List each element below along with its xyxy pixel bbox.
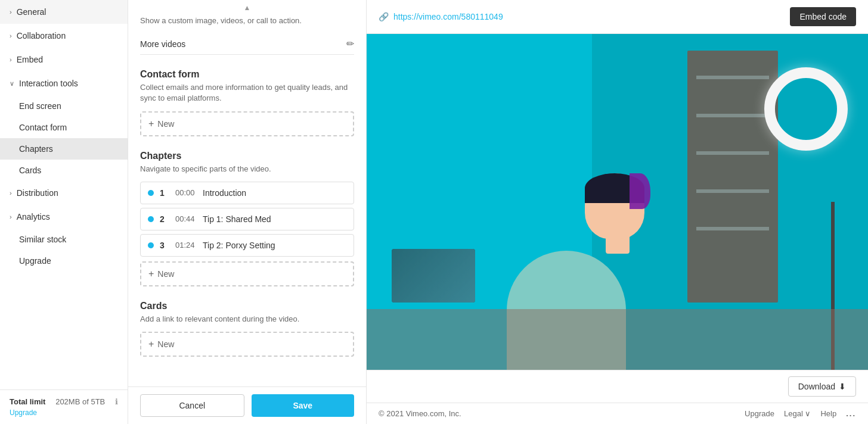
chapter-time: 00:00 <box>175 188 197 197</box>
upgrade-footer-link[interactable]: Upgrade <box>745 409 774 418</box>
scroll-up-arrow-icon: ▲ <box>244 4 251 12</box>
sidebar-item-embed[interactable]: › Embed <box>0 48 128 71</box>
ring-light <box>764 67 848 151</box>
sidebar-item-similar-stock[interactable]: Similar stock <box>0 229 128 250</box>
chapter-dot <box>148 190 154 196</box>
video-thumbnail <box>367 34 868 370</box>
chapter-time: 01:24 <box>175 241 197 250</box>
chapter-item[interactable]: 2 00:44 Tip 1: Shared Med <box>140 208 354 230</box>
chevron-right-icon: › <box>10 189 12 197</box>
plus-icon: + <box>148 119 154 129</box>
sidebar-sub-item-cards[interactable]: Cards <box>0 160 128 181</box>
chapter-number: 1 <box>160 188 169 198</box>
plus-icon: + <box>148 339 154 350</box>
embed-code-button[interactable]: Embed code <box>790 7 856 26</box>
sidebar-item-label: Collaboration <box>17 31 66 40</box>
sidebar-sub-item-contact-form[interactable]: Contact form <box>0 117 128 138</box>
more-videos-row: More videos ✏ <box>140 33 354 55</box>
middle-content: ▲ Show a custom image, videos, or call t… <box>128 0 366 386</box>
middle-panel: ▲ Show a custom image, videos, or call t… <box>128 0 367 424</box>
right-top-bar: 🔗 https://vimeo.com/580111049 Embed code <box>367 0 868 34</box>
new-button-label: New <box>157 119 174 129</box>
sidebar-item-collaboration[interactable]: › Collaboration <box>0 24 128 48</box>
chapter-number: 3 <box>160 241 169 250</box>
sidebar-sub-item-label: End screen <box>19 101 61 111</box>
chapter-item[interactable]: 3 01:24 Tip 2: Porxy Setting <box>140 234 354 257</box>
cards-desc: Add a link to relevant content during th… <box>140 314 354 325</box>
sidebar-item-interaction-tools[interactable]: ∨ Interaction tools <box>0 71 128 95</box>
link-icon: 🔗 <box>379 12 389 21</box>
new-button-label: New <box>157 339 174 349</box>
person-head <box>585 173 644 239</box>
info-icon: ℹ <box>115 397 118 406</box>
cancel-button[interactable]: Cancel <box>140 394 244 417</box>
sidebar-item-analytics[interactable]: › Analytics <box>0 205 128 229</box>
footer-links: Upgrade Legal ∨ Help ... <box>745 409 856 418</box>
chevron-right-icon: › <box>10 213 12 220</box>
contact-form-title: Contact form <box>140 69 354 80</box>
video-url-text: https://vimeo.com/580111049 <box>393 12 503 21</box>
bottom-bar: Cancel Save <box>128 386 366 424</box>
sidebar-item-label: General <box>17 7 46 17</box>
sidebar: › General › Collaboration › Embed ∨ Inte… <box>0 0 128 424</box>
sidebar-sub-item-end-screen[interactable]: End screen <box>0 95 128 117</box>
plus-icon: + <box>148 269 154 279</box>
sidebar-item-upgrade[interactable]: Upgrade <box>0 250 128 272</box>
monitor <box>392 249 475 303</box>
sidebar-item-label: Distribution <box>17 188 58 198</box>
cards-title: Cards <box>140 301 354 311</box>
contact-form-section: Contact form Collect emails and more inf… <box>140 69 354 136</box>
sidebar-item-label: Interaction tools <box>19 79 78 88</box>
sidebar-sub-item-label: Contact form <box>19 123 67 132</box>
chapters-desc: Navigate to specific parts of the video. <box>140 164 354 174</box>
cards-section: Cards Add a link to relevant content dur… <box>140 301 354 357</box>
sidebar-item-label: Upgrade <box>19 256 51 266</box>
right-panel: 🔗 https://vimeo.com/580111049 Embed code <box>367 0 868 424</box>
sidebar-item-general[interactable]: › General <box>0 0 128 24</box>
chevron-right-icon: › <box>10 56 12 63</box>
chevron-right-icon: › <box>10 32 12 39</box>
sidebar-sub-item-chapters[interactable]: Chapters <box>0 138 128 160</box>
help-footer-link[interactable]: Help <box>820 409 836 418</box>
more-videos-label: More videos <box>140 39 185 49</box>
video-url-link[interactable]: 🔗 https://vimeo.com/580111049 <box>379 12 503 21</box>
legal-label: Legal <box>784 409 803 418</box>
download-icon: ⬇ <box>839 382 846 391</box>
sidebar-footer: Total limit 202MB of 5TB ℹ Upgrade <box>0 389 128 424</box>
video-container <box>367 34 868 370</box>
chapter-name: Introduction <box>203 188 246 198</box>
chevron-down-icon: ∨ <box>805 409 811 418</box>
chapters-section: Chapters Navigate to specific parts of t… <box>140 151 354 286</box>
chapter-item[interactable]: 1 00:00 Introduction <box>140 182 354 204</box>
new-button-label: New <box>157 269 174 279</box>
chapter-dot <box>148 216 154 222</box>
upgrade-link[interactable]: Upgrade <box>10 409 118 417</box>
right-bottom-bar: Download ⬇ <box>367 370 868 403</box>
sidebar-item-distribution[interactable]: › Distribution <box>0 181 128 205</box>
chapter-dot <box>148 242 154 248</box>
sidebar-sub-item-label: Cards <box>19 166 41 175</box>
sidebar-item-label: Similar stock <box>19 235 66 244</box>
storage-value: 202MB of 5TB <box>55 397 105 406</box>
sidebar-item-label: Embed <box>17 55 43 64</box>
download-button[interactable]: Download ⬇ <box>788 376 856 397</box>
end-screen-section: Show a custom image, videos, or call to … <box>140 15 354 55</box>
contact-form-new-button[interactable]: + New <box>140 111 354 136</box>
total-limit-label: Total limit <box>10 397 45 406</box>
copyright-text: © 2021 Vimeo.com, Inc. <box>379 409 461 418</box>
sidebar-sub-item-label: Chapters <box>19 144 53 154</box>
chevron-right-icon: › <box>10 8 12 15</box>
chevron-down-icon: ∨ <box>10 80 14 88</box>
chapters-title: Chapters <box>140 151 354 161</box>
footer-bar: © 2021 Vimeo.com, Inc. Upgrade Legal ∨ H… <box>367 403 868 424</box>
end-screen-desc: Show a custom image, videos, or call to … <box>140 15 354 26</box>
save-button[interactable]: Save <box>252 394 355 417</box>
cards-new-button[interactable]: + New <box>140 332 354 357</box>
contact-form-desc: Collect emails and more information to g… <box>140 82 354 104</box>
edit-icon[interactable]: ✏ <box>346 38 354 49</box>
desk <box>367 309 868 370</box>
chapters-new-button[interactable]: + New <box>140 261 354 286</box>
chapter-name: Tip 1: Shared Med <box>203 214 271 224</box>
legal-footer-link[interactable]: Legal ∨ <box>784 409 811 418</box>
more-options-icon[interactable]: ... <box>846 409 856 418</box>
